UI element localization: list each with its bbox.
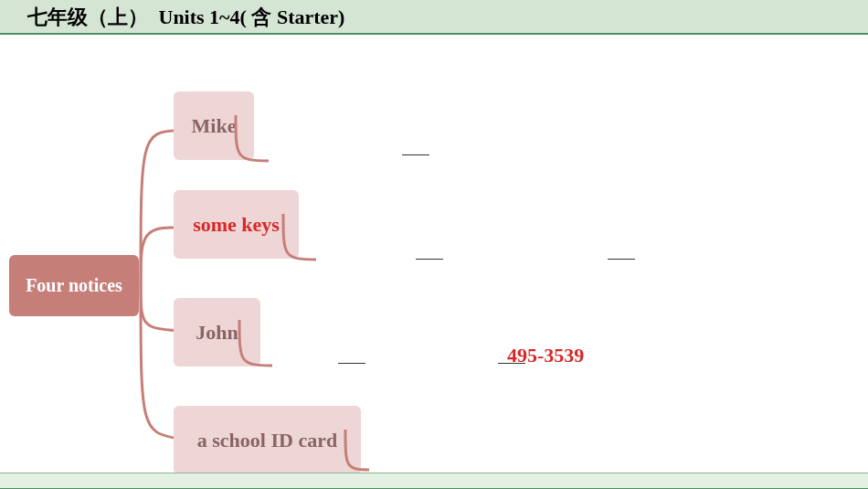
child-label: John	[196, 321, 238, 345]
header-zh: 七年级（上）	[27, 5, 148, 28]
blank-line-3a	[338, 363, 365, 364]
blank-line-2b	[608, 259, 635, 260]
tree-connectors	[133, 122, 188, 446]
child-label: a school ID card	[197, 429, 337, 452]
header-en: Units 1~4( 含 Starter)	[159, 5, 345, 28]
blank-line-2a	[416, 259, 443, 260]
child-label: Mike	[192, 114, 237, 138]
diagram-area: Four notices Mike some keys John 495-353…	[0, 35, 868, 460]
blank-line-1	[402, 154, 429, 155]
child-node-john: John	[174, 298, 260, 367]
child-node-keys: some keys	[174, 190, 299, 259]
root-node: Four notices	[9, 255, 139, 316]
child-node-mike: Mike	[174, 91, 254, 160]
child-node-idcard: a school ID card	[174, 406, 361, 474]
child-label: some keys	[193, 213, 280, 237]
phone-number: 495-3539	[507, 344, 584, 367]
root-label: Four notices	[26, 275, 122, 296]
page-header: 七年级（上） Units 1~4( 含 Starter)	[0, 0, 868, 35]
footer-bar	[0, 473, 868, 489]
